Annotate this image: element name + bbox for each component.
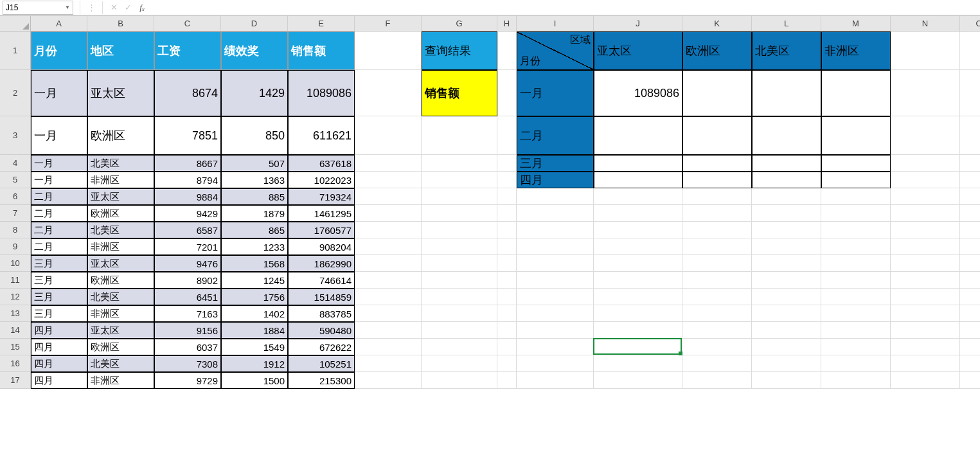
cell-blank[interactable] <box>355 255 422 272</box>
row-header-1[interactable]: 1 <box>0 31 31 70</box>
cell-blank[interactable] <box>355 322 422 339</box>
cell-month[interactable]: 四月 <box>31 372 87 389</box>
cell-month[interactable]: 二月 <box>31 238 87 255</box>
cell-blank[interactable] <box>497 222 517 238</box>
main-header[interactable]: 绩效奖 <box>221 31 288 70</box>
cell-blank[interactable] <box>891 205 960 222</box>
pivot-row-header[interactable]: 四月 <box>517 172 594 188</box>
cell-blank[interactable] <box>517 322 594 339</box>
cell-sales[interactable]: 611621 <box>288 116 355 155</box>
cell-salary[interactable]: 9156 <box>154 322 221 339</box>
cell-blank[interactable] <box>752 188 821 205</box>
pivot-col-header[interactable]: 北美区 <box>752 31 821 70</box>
cell-blank[interactable] <box>891 222 960 238</box>
cell-bonus[interactable]: 507 <box>221 155 288 172</box>
cell-blank[interactable] <box>960 305 980 322</box>
cell-blank[interactable] <box>497 70 517 116</box>
cell-month[interactable]: 一月 <box>31 155 87 172</box>
cell-blank[interactable] <box>517 255 594 272</box>
cell-blank[interactable] <box>752 339 821 355</box>
cell-blank[interactable] <box>682 255 752 272</box>
cell-blank[interactable] <box>960 205 980 222</box>
spreadsheet-grid[interactable]: ABCDEFGHIJKLMNO 123456789101112131415161… <box>0 15 980 455</box>
cell-blank[interactable] <box>891 322 960 339</box>
cell-sales[interactable]: 1461295 <box>288 205 355 222</box>
cell-blank[interactable] <box>682 305 752 322</box>
row-header-11[interactable]: 11 <box>0 272 31 289</box>
cell-blank[interactable] <box>960 238 980 255</box>
cell-month[interactable]: 一月 <box>31 116 87 155</box>
cell-blank[interactable] <box>422 339 497 355</box>
row-header-3[interactable]: 3 <box>0 116 31 155</box>
pivot-col-header[interactable]: 非洲区 <box>821 31 891 70</box>
cell-bonus[interactable]: 1429 <box>221 70 288 116</box>
cell-region[interactable]: 欧洲区 <box>87 339 154 355</box>
cell-salary[interactable]: 9729 <box>154 372 221 389</box>
cell-blank[interactable] <box>960 222 980 238</box>
column-header-B[interactable]: B <box>87 16 154 31</box>
cell-blank[interactable] <box>355 339 422 355</box>
cell-blank[interactable] <box>960 70 980 116</box>
column-header-C[interactable]: C <box>154 16 221 31</box>
pivot-value[interactable] <box>752 172 821 188</box>
cell-bonus[interactable]: 1245 <box>221 272 288 289</box>
cell-blank[interactable] <box>960 155 980 172</box>
cell-bonus[interactable]: 1549 <box>221 339 288 355</box>
cell-blank[interactable] <box>497 305 517 322</box>
cell-region[interactable]: 亚太区 <box>87 255 154 272</box>
query-header[interactable]: 查询结果 <box>422 31 497 70</box>
cell-blank[interactable] <box>594 289 682 305</box>
cell-region[interactable]: 北美区 <box>87 222 154 238</box>
cell-blank[interactable] <box>497 188 517 205</box>
cell-blank[interactable] <box>517 222 594 238</box>
cell-blank[interactable] <box>891 272 960 289</box>
cell-blank[interactable] <box>355 372 422 389</box>
cell-blank[interactable] <box>497 205 517 222</box>
cell-blank[interactable] <box>355 222 422 238</box>
pivot-value[interactable] <box>682 172 752 188</box>
cell-region[interactable]: 亚太区 <box>87 322 154 339</box>
column-header-F[interactable]: F <box>355 16 422 31</box>
cell-blank[interactable] <box>960 339 980 355</box>
cell-month[interactable]: 二月 <box>31 188 87 205</box>
cell-blank[interactable] <box>891 372 960 389</box>
cell-bonus[interactable]: 1879 <box>221 205 288 222</box>
cell-blank[interactable] <box>497 372 517 389</box>
cell-blank[interactable] <box>752 305 821 322</box>
cell-sales[interactable]: 215300 <box>288 372 355 389</box>
cell-blank[interactable] <box>682 272 752 289</box>
row-header-16[interactable]: 16 <box>0 355 31 372</box>
cell-blank[interactable] <box>594 322 682 339</box>
cell-blank[interactable] <box>355 355 422 372</box>
cell-blank[interactable] <box>752 255 821 272</box>
cell-bonus[interactable]: 1884 <box>221 322 288 339</box>
cell-blank[interactable] <box>821 339 891 355</box>
cell-blank[interactable] <box>517 205 594 222</box>
cell-blank[interactable] <box>355 116 422 155</box>
cell-sales[interactable]: 1089086 <box>288 70 355 116</box>
query-value[interactable]: 销售额 <box>422 70 497 116</box>
cell-blank[interactable] <box>960 255 980 272</box>
name-box[interactable]: J15 ▼ <box>3 1 73 15</box>
cell-region[interactable]: 欧洲区 <box>87 272 154 289</box>
cell-salary[interactable]: 7163 <box>154 305 221 322</box>
cell-blank[interactable] <box>422 172 497 188</box>
cell-blank[interactable] <box>752 322 821 339</box>
accept-icon[interactable]: ✓ <box>121 1 135 15</box>
column-header-D[interactable]: D <box>221 16 288 31</box>
cell-blank[interactable] <box>960 355 980 372</box>
pivot-value[interactable] <box>821 116 891 155</box>
cell-blank[interactable] <box>960 272 980 289</box>
cell-blank[interactable] <box>891 339 960 355</box>
pivot-value[interactable] <box>682 116 752 155</box>
cell-blank[interactable] <box>891 155 960 172</box>
pivot-value[interactable] <box>594 155 682 172</box>
pivot-value[interactable] <box>752 116 821 155</box>
cell-blank[interactable] <box>821 322 891 339</box>
cell-blank[interactable] <box>517 372 594 389</box>
row-header-7[interactable]: 7 <box>0 205 31 222</box>
cell-blank[interactable] <box>517 272 594 289</box>
row-header-17[interactable]: 17 <box>0 372 31 389</box>
cell-blank[interactable] <box>960 289 980 305</box>
cell-blank[interactable] <box>497 272 517 289</box>
